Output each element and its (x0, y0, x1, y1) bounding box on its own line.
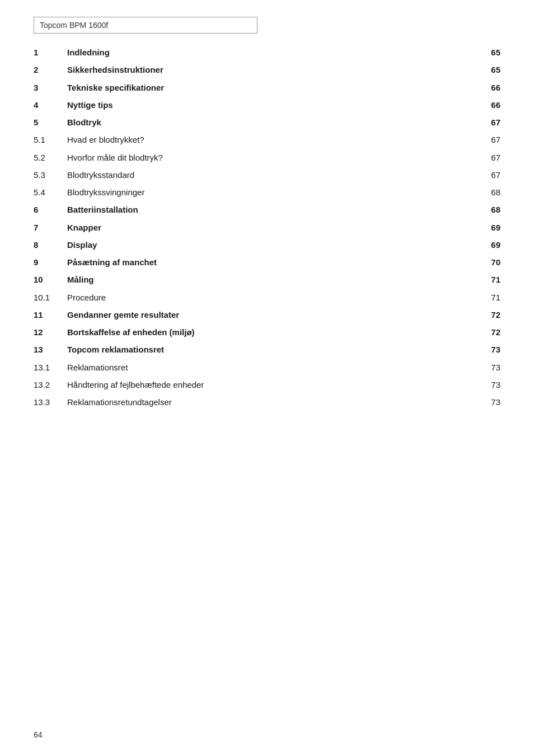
toc-title: Topcom reklamationsret (67, 341, 478, 358)
toc-title: Måling (67, 271, 478, 288)
toc-row: 6Batteriinstallation68 (34, 201, 500, 218)
toc-row: 5.1Hvad er blodtrykket?67 (34, 131, 500, 148)
toc-row: 2Sikkerhedsinstruktioner65 (34, 61, 500, 78)
toc-page: 68 (478, 184, 500, 201)
toc-title: Indledning (67, 44, 478, 61)
toc-num: 12 (34, 323, 67, 341)
toc-title: Tekniske specifikationer (67, 79, 478, 96)
toc-row: 13.1Reklamationsret73 (34, 359, 500, 376)
toc-title: Batteriinstallation (67, 201, 478, 218)
toc-num: 8 (34, 236, 67, 253)
toc-num: 13.1 (34, 359, 67, 376)
toc-page: 73 (478, 393, 500, 411)
toc-num: 2 (34, 61, 67, 78)
toc-table: 1Indledning652Sikkerhedsinstruktioner653… (34, 44, 500, 411)
toc-num: 13.3 (34, 393, 67, 411)
toc-page: 65 (478, 44, 500, 61)
toc-title: Hvorfor måle dit blodtryk? (67, 149, 478, 166)
toc-page: 66 (478, 79, 500, 96)
toc-page: 72 (478, 323, 500, 341)
toc-num: 13 (34, 341, 67, 358)
toc-row: 5.4Blodtrykssvingninger68 (34, 184, 500, 201)
toc-num: 5 (34, 114, 67, 131)
toc-num: 9 (34, 253, 67, 271)
toc-page: 67 (478, 166, 500, 184)
toc-num: 11 (34, 306, 67, 323)
toc-page: 73 (478, 341, 500, 358)
toc-title: Display (67, 236, 478, 253)
toc-title: Blodtryk (67, 114, 478, 131)
toc-row: 7Knapper69 (34, 219, 500, 236)
toc-title: Hvad er blodtrykket? (67, 131, 478, 148)
toc-num: 6 (34, 201, 67, 218)
toc-page: 67 (478, 131, 500, 148)
page-header: Topcom BPM 1600f (34, 17, 257, 34)
toc-title: Knapper (67, 219, 478, 236)
toc-row: 12Bortskaffelse af enheden (miljø)72 (34, 323, 500, 341)
toc-page: 67 (478, 149, 500, 166)
toc-row: 13.2Håndtering af fejlbehæftede enheder7… (34, 376, 500, 393)
toc-page: 66 (478, 96, 500, 114)
header-title: Topcom BPM 1600f (40, 21, 108, 30)
toc-title: Bortskaffelse af enheden (miljø) (67, 323, 478, 341)
toc-num: 5.1 (34, 131, 67, 148)
toc-num: 3 (34, 79, 67, 96)
toc-title: Reklamationsret (67, 359, 478, 376)
toc-title: Reklamationsretundtagelser (67, 393, 478, 411)
toc-num: 13.2 (34, 376, 67, 393)
toc-num: 7 (34, 219, 67, 236)
page-container: Topcom BPM 1600f 1Indledning652Sikkerhed… (0, 0, 534, 756)
toc-row: 5.2Hvorfor måle dit blodtryk?67 (34, 149, 500, 166)
toc-page: 71 (478, 289, 500, 306)
toc-title: Blodtrykssvingninger (67, 184, 478, 201)
toc-row: 3Tekniske specifikationer66 (34, 79, 500, 96)
toc-title: Nyttige tips (67, 96, 478, 114)
toc-row: 13.3Reklamationsretundtagelser73 (34, 393, 500, 411)
toc-row: 11Gendanner gemte resultater72 (34, 306, 500, 323)
toc-title: Gendanner gemte resultater (67, 306, 478, 323)
toc-row: 10.1Procedure71 (34, 289, 500, 306)
toc-row: 4Nyttige tips66 (34, 96, 500, 114)
toc-page: 65 (478, 61, 500, 78)
toc-title: Håndtering af fejlbehæftede enheder (67, 376, 478, 393)
toc-num: 5.2 (34, 149, 67, 166)
toc-page: 69 (478, 219, 500, 236)
toc-row: 9Påsætning af manchet70 (34, 253, 500, 271)
toc-page: 73 (478, 359, 500, 376)
toc-title: Procedure (67, 289, 478, 306)
toc-row: 13Topcom reklamationsret73 (34, 341, 500, 358)
toc-row: 5.3Blodtryksstandard67 (34, 166, 500, 184)
toc-row: 1Indledning65 (34, 44, 500, 61)
toc-page: 67 (478, 114, 500, 131)
toc-row: 10Måling71 (34, 271, 500, 288)
toc-num: 1 (34, 44, 67, 61)
toc-num: 10 (34, 271, 67, 288)
toc-page: 71 (478, 271, 500, 288)
toc-row: 8Display69 (34, 236, 500, 253)
toc-num: 10.1 (34, 289, 67, 306)
toc-page: 69 (478, 236, 500, 253)
toc-page: 72 (478, 306, 500, 323)
toc-title: Påsætning af manchet (67, 253, 478, 271)
toc-row: 5Blodtryk67 (34, 114, 500, 131)
toc-page: 68 (478, 201, 500, 218)
toc-page: 73 (478, 376, 500, 393)
toc-page: 70 (478, 253, 500, 271)
toc-num: 4 (34, 96, 67, 114)
toc-title: Sikkerhedsinstruktioner (67, 61, 478, 78)
toc-num: 5.3 (34, 166, 67, 184)
toc-num: 5.4 (34, 184, 67, 201)
page-number: 64 (34, 730, 43, 739)
toc-title: Blodtryksstandard (67, 166, 478, 184)
